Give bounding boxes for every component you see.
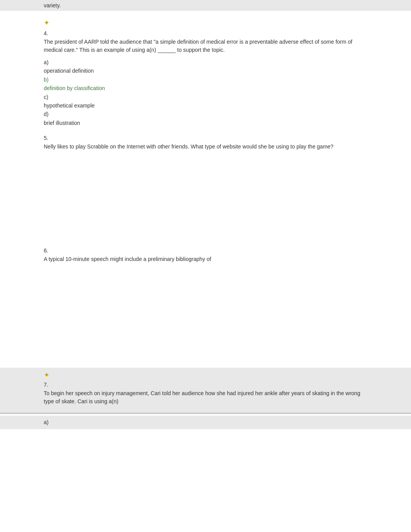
question-6-space xyxy=(44,267,367,352)
question-5-space xyxy=(44,155,367,240)
question-6-text: A typical 10-minute speech might include… xyxy=(44,255,367,263)
star-icon-q4: ✦ xyxy=(44,19,50,27)
answer-4b-text[interactable]: definition by classification xyxy=(44,84,367,92)
answer-4c[interactable]: c) xyxy=(44,93,367,101)
content-area: ✦ 4. The president of AARP told the audi… xyxy=(0,15,411,368)
question-7-number: 7. xyxy=(44,382,367,388)
separator-line xyxy=(0,413,411,414)
star-icon-q7: ✦ xyxy=(44,371,50,379)
question-4-number: 4. xyxy=(44,30,367,36)
question-5-text: Nelly likes to play Scrabble on the Inte… xyxy=(44,143,367,151)
question-7-highlight-block: ✦ 7. To begin her speech on injury manag… xyxy=(0,368,411,413)
answer-4d[interactable]: d) xyxy=(44,110,367,118)
answer-4a[interactable]: a) xyxy=(44,58,367,66)
answer-4d-text[interactable]: brief illustration xyxy=(44,119,367,127)
question-7-content: ✦ 7. To begin her speech on injury manag… xyxy=(0,371,411,406)
question-4-text: The president of AARP told the audience … xyxy=(44,38,367,54)
question-5-block: 5. Nelly likes to play Scrabble on the I… xyxy=(44,135,367,240)
variety-text: variety. xyxy=(44,2,61,9)
answer-4b[interactable]: b) xyxy=(44,75,367,84)
question-6-number: 6. xyxy=(44,247,367,254)
question-7-answer-content: a) xyxy=(0,418,411,426)
answer-4c-text[interactable]: hypothetical example xyxy=(44,101,367,110)
question-6-block: 6. A typical 10-minute speech might incl… xyxy=(44,247,367,352)
question-4-block: ✦ 4. The president of AARP told the audi… xyxy=(44,19,367,127)
variety-row: variety. xyxy=(0,0,411,11)
answer-7a[interactable]: a) xyxy=(44,418,367,426)
question-7-answer-block: a) xyxy=(0,416,411,429)
page-container: variety. ✦ 4. The president of AARP told… xyxy=(0,0,411,532)
question-5-number: 5. xyxy=(44,135,367,141)
answer-4a-text[interactable]: operational definition xyxy=(44,66,367,75)
question-7-text: To begin her speech on injury management… xyxy=(44,389,367,406)
